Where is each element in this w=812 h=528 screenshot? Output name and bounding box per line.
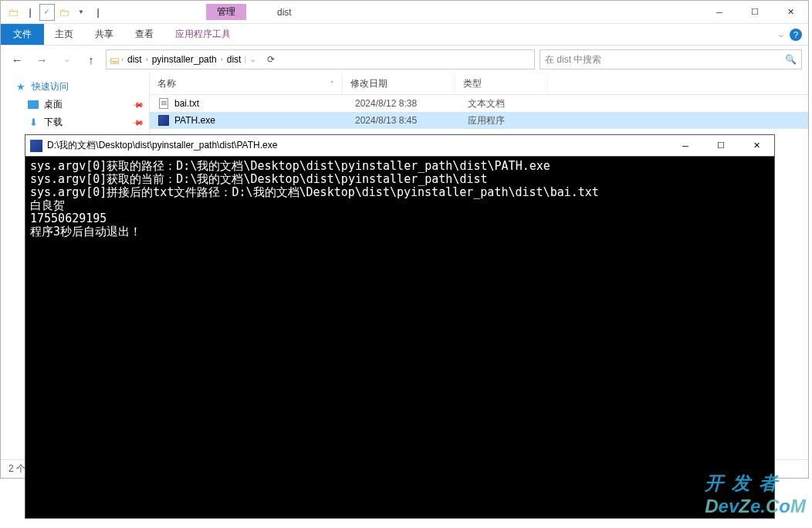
refresh-icon[interactable]: ⟳ (262, 54, 280, 65)
window-controls: ─ ☐ ✕ (702, 1, 808, 24)
quick-access-toolbar: 🗀 | ✓ 🗀 ▼ | (1, 4, 106, 21)
watermark: 开 发 者 DevZe.CoM (705, 471, 806, 517)
console-window-controls: ─ ☐ ✕ (668, 135, 774, 157)
chevron-icon[interactable]: › (121, 56, 123, 63)
console-output[interactable]: sys.argv[0]获取的路径：D:\我的文档\Desktop\dist\py… (25, 157, 774, 242)
folder-icon[interactable]: 🗀 (5, 4, 21, 21)
pin-icon: 📌 (132, 98, 144, 110)
title-bar: 🗀 | ✓ 🗀 ▼ | 管理 dist ─ ☐ ✕ (1, 1, 808, 24)
file-name: PATH.exe (174, 115, 355, 126)
search-icon[interactable]: 🔍 (785, 54, 797, 65)
breadcrumb-seg[interactable]: pyinstaller_path (150, 54, 219, 65)
navigation-row: ← → ⌵ ↑ 🖴 › dist › pyinstaller_path › di… (1, 46, 808, 73)
pin-icon: 📌 (132, 116, 144, 128)
qat-divider: | (90, 4, 106, 21)
new-folder-icon[interactable]: 🗀 (56, 4, 72, 21)
up-button[interactable]: ↑ (81, 49, 101, 69)
console-title-text: D:\我的文档\Desktop\dist\pyinstaller_path\di… (47, 139, 277, 152)
chevron-icon[interactable]: › (146, 56, 148, 63)
drive-icon[interactable]: 🖴 (110, 54, 120, 66)
file-date: 2024/8/12 8:38 (355, 98, 468, 109)
breadcrumb-seg[interactable]: dist (225, 54, 244, 65)
download-icon: ⬇ (27, 117, 39, 129)
search-placeholder: 在 dist 中搜索 (545, 53, 601, 66)
exe-file-icon (157, 114, 170, 127)
console-window: D:\我的文档\Desktop\dist\pyinstaller_path\di… (25, 134, 775, 519)
share-tab[interactable]: 共享 (84, 24, 124, 45)
sidebar-downloads[interactable]: ⬇ 下载 📌 (1, 113, 149, 131)
breadcrumb-seg[interactable]: dist (125, 54, 144, 65)
file-date: 2024/8/13 8:45 (355, 115, 468, 126)
star-icon: ★ (15, 81, 27, 93)
file-row[interactable]: PATH.exe 2024/8/13 8:45 应用程序 (150, 112, 808, 129)
file-row[interactable]: bai.txt 2024/8/12 8:38 文本文档 (150, 95, 808, 112)
address-bar[interactable]: 🖴 › dist › pyinstaller_path › dist ⌵ ⟳ (106, 49, 535, 69)
contextual-tab-label: 管理 (206, 4, 246, 20)
help-icon[interactable]: ? (790, 29, 802, 41)
recent-dropdown[interactable]: ⌵ (56, 49, 76, 69)
maximize-button[interactable]: ☐ (737, 1, 773, 24)
desktop-icon (27, 99, 39, 111)
ribbon-collapse-icon[interactable]: ⌵ (779, 30, 783, 39)
column-name[interactable]: 名称 ˄ (150, 73, 343, 94)
qat-dropdown-icon[interactable]: ▼ (73, 4, 89, 21)
console-minimize-button[interactable]: ─ (668, 135, 703, 157)
view-tab[interactable]: 查看 (124, 24, 164, 45)
qat-divider: | (22, 4, 38, 21)
app-tools-tab[interactable]: 应用程序工具 (164, 24, 242, 45)
home-tab[interactable]: 主页 (44, 24, 84, 45)
back-button[interactable]: ← (7, 49, 27, 69)
close-button[interactable]: ✕ (773, 1, 808, 24)
properties-icon[interactable]: ✓ (39, 4, 55, 21)
column-headers: 名称 ˄ 修改日期 类型 (150, 73, 808, 95)
console-app-icon (30, 140, 42, 152)
minimize-button[interactable]: ─ (702, 1, 737, 24)
search-input[interactable]: 在 dist 中搜索 🔍 (540, 49, 802, 69)
window-title: dist (277, 7, 292, 18)
sidebar-item-label: 桌面 (44, 98, 63, 111)
console-close-button[interactable]: ✕ (739, 135, 774, 157)
file-tab[interactable]: 文件 (1, 24, 44, 45)
forward-button[interactable]: → (32, 49, 52, 69)
ribbon-tabs: 文件 主页 共享 查看 应用程序工具 ⌵ ? (1, 24, 808, 46)
file-name: bai.txt (174, 98, 355, 109)
sort-indicator-icon: ˄ (330, 80, 334, 88)
txt-file-icon (157, 97, 170, 110)
address-dropdown-icon[interactable]: ⌵ (245, 56, 260, 63)
console-title-bar[interactable]: D:\我的文档\Desktop\dist\pyinstaller_path\di… (25, 135, 774, 157)
sidebar-quick-access[interactable]: ★ 快速访问 (1, 78, 149, 96)
column-type[interactable]: 类型 (455, 73, 548, 94)
sidebar-item-label: 下载 (44, 116, 63, 129)
chevron-icon[interactable]: › (221, 56, 223, 63)
sidebar-desktop[interactable]: 桌面 📌 (1, 96, 149, 113)
file-type: 文本文档 (468, 97, 560, 110)
column-date[interactable]: 修改日期 (343, 73, 455, 94)
sidebar-item-label: 快速访问 (32, 80, 69, 93)
file-type: 应用程序 (468, 114, 560, 127)
console-maximize-button[interactable]: ☐ (703, 135, 739, 157)
